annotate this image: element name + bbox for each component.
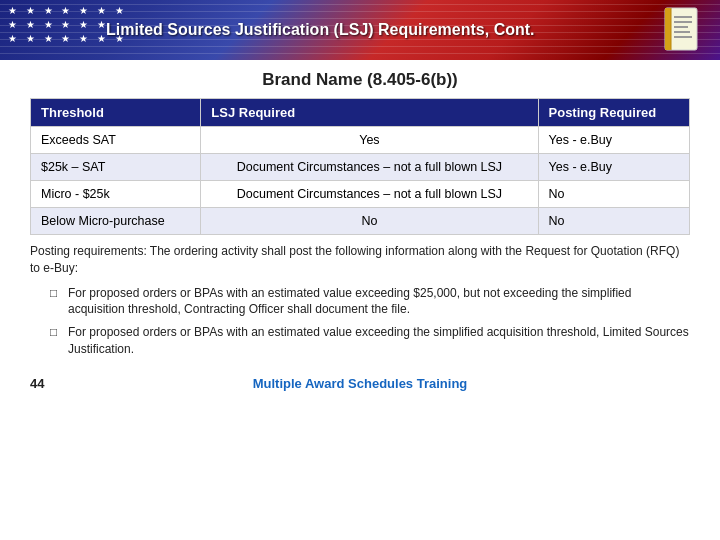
cell-lsj-2: Document Circumstances – not a full blow… xyxy=(201,181,538,208)
list-item: For proposed orders or BPAs with an esti… xyxy=(50,285,690,319)
page-subtitle: Brand Name (8.405-6(b)) xyxy=(30,70,690,90)
cell-posting-0: Yes - e.Buy xyxy=(538,127,689,154)
cell-threshold-3: Below Micro-purchase xyxy=(31,208,201,235)
table-row: Exceeds SAT Yes Yes - e.Buy xyxy=(31,127,690,154)
cell-threshold-0: Exceeds SAT xyxy=(31,127,201,154)
list-item: For proposed orders or BPAs with an esti… xyxy=(50,324,690,358)
svg-rect-1 xyxy=(665,8,671,50)
page-number: 44 xyxy=(30,376,44,391)
svg-rect-3 xyxy=(674,16,692,18)
cell-lsj-3: No xyxy=(201,208,538,235)
col-header-threshold: Threshold xyxy=(31,99,201,127)
table-row: Below Micro-purchase No No xyxy=(31,208,690,235)
footer-training-title: Multiple Award Schedules Training xyxy=(253,376,468,391)
posting-requirements-intro: Posting requirements: The ordering activ… xyxy=(30,243,690,277)
col-header-posting: Posting Required xyxy=(538,99,689,127)
book-icon xyxy=(660,4,710,56)
col-header-lsj: LSJ Required xyxy=(201,99,538,127)
svg-rect-5 xyxy=(674,26,688,28)
bullet-list: For proposed orders or BPAs with an esti… xyxy=(30,285,690,358)
svg-rect-7 xyxy=(674,36,692,38)
svg-rect-4 xyxy=(674,21,692,23)
main-content: Brand Name (8.405-6(b)) Threshold LSJ Re… xyxy=(0,60,720,372)
footer: 44 Multiple Award Schedules Training xyxy=(0,372,720,395)
cell-lsj-1: Document Circumstances – not a full blow… xyxy=(201,154,538,181)
table-row: Micro - $25k Document Circumstances – no… xyxy=(31,181,690,208)
cell-lsj-0: Yes xyxy=(201,127,538,154)
cell-posting-3: No xyxy=(538,208,689,235)
header-title: Limited Sources Justification (LSJ) Requ… xyxy=(106,21,535,39)
table-row: $25k – SAT Document Circumstances – not … xyxy=(31,154,690,181)
header-banner: Limited Sources Justification (LSJ) Requ… xyxy=(0,0,720,60)
cell-posting-2: No xyxy=(538,181,689,208)
cell-threshold-1: $25k – SAT xyxy=(31,154,201,181)
table-header-row: Threshold LSJ Required Posting Required xyxy=(31,99,690,127)
cell-posting-1: Yes - e.Buy xyxy=(538,154,689,181)
data-table: Threshold LSJ Required Posting Required … xyxy=(30,98,690,235)
cell-threshold-2: Micro - $25k xyxy=(31,181,201,208)
svg-rect-6 xyxy=(674,31,690,33)
